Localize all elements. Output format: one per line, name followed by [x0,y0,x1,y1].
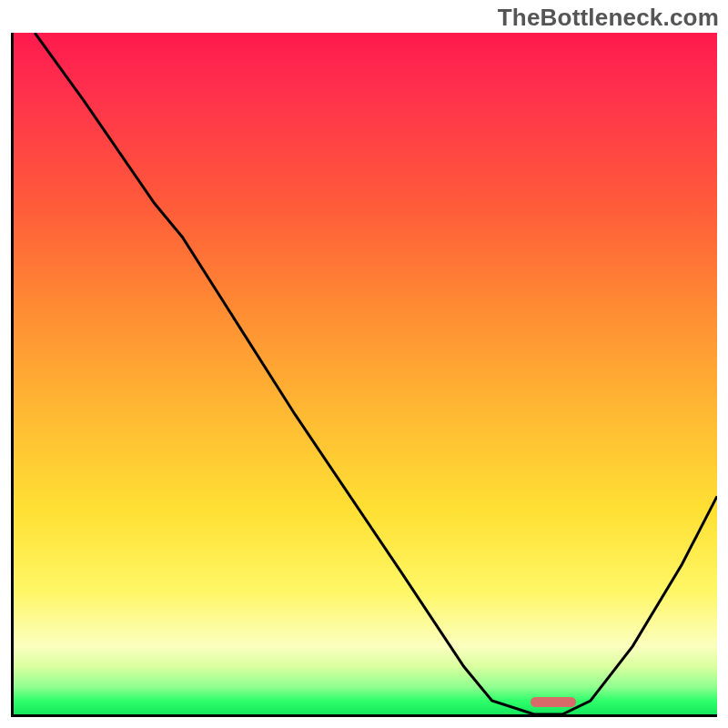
chart-curve-path [35,33,717,714]
chart-axes [11,33,717,717]
watermark-text: TheBottleneck.com [498,4,719,32]
chart-curve [14,33,717,714]
